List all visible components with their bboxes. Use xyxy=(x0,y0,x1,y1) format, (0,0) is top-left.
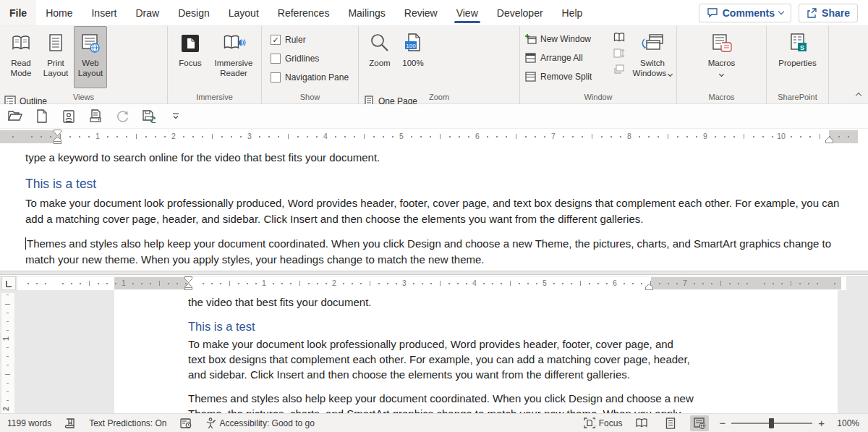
reset-window-position-icon[interactable] xyxy=(613,64,626,75)
remove-split-icon xyxy=(524,71,537,82)
status-bar: 1199 words Text Predictions: On Accessib… xyxy=(0,413,868,432)
tab-view[interactable]: View xyxy=(447,0,488,25)
remove-split-button[interactable]: Remove Split xyxy=(524,68,610,85)
word-count[interactable]: 1199 words xyxy=(7,418,51,428)
zoom-100-label: 100% xyxy=(402,58,423,68)
redo-icon[interactable] xyxy=(114,109,130,124)
ruler-tick xyxy=(762,136,764,137)
synchronous-scrolling-icon[interactable] xyxy=(613,48,626,59)
focus-button[interactable]: Focus xyxy=(174,26,207,88)
new-window-button[interactable]: New Window xyxy=(524,30,610,48)
checkbox-ruler[interactable]: ✓Ruler xyxy=(271,31,358,48)
editor-status-button[interactable] xyxy=(180,418,192,429)
tab-developer[interactable]: Developer xyxy=(488,0,553,25)
web-layout-button[interactable]: Web Layout xyxy=(74,26,107,88)
accessibility-status[interactable]: Accessibility: Good to go xyxy=(205,418,315,429)
tab-home[interactable]: Home xyxy=(36,0,82,25)
ruler-tick xyxy=(440,134,441,139)
document-pane-top[interactable]: type a keyword to search online for the … xyxy=(0,145,868,271)
doc-top-para1-line1[interactable]: To make your document look professionall… xyxy=(25,195,868,211)
ruler-tick xyxy=(238,283,239,284)
print-layout-view-button[interactable] xyxy=(661,415,680,431)
checkbox-box[interactable] xyxy=(271,72,281,82)
share-button[interactable]: Share xyxy=(799,4,858,22)
ruler-tick xyxy=(620,136,621,137)
ruler-tick xyxy=(738,283,739,284)
doc-top-para2-line1[interactable]: Themes and styles also help keep your do… xyxy=(25,236,868,252)
first-line-indent-marker-2[interactable] xyxy=(184,276,192,283)
document-pane-bottom[interactable]: 12345671 12 the video that best fits you… xyxy=(0,276,868,413)
qat-customize-icon[interactable] xyxy=(168,109,184,124)
checkbox-box[interactable]: ✓ xyxy=(271,35,281,45)
checkbox-gridlines[interactable]: Gridlines xyxy=(271,50,358,67)
doc-bot-line1[interactable]: the video that best fits your document. xyxy=(188,295,838,310)
zoom-in-icon[interactable]: + xyxy=(818,418,825,428)
hanging-indent-marker-2[interactable] xyxy=(184,284,192,290)
doc-top-para1-line2[interactable]: add a matching cover page, header, and s… xyxy=(25,211,868,227)
tab-file[interactable]: File xyxy=(0,0,36,25)
checkbox-box[interactable] xyxy=(271,54,281,64)
doc-bot-para1-line2[interactable]: text box designs that complement each ot… xyxy=(188,352,838,367)
tab-review[interactable]: Review xyxy=(395,0,447,25)
tab-draw[interactable]: Draw xyxy=(127,0,169,25)
new-window-label: New Window xyxy=(540,34,591,44)
tab-mailings[interactable]: Mailings xyxy=(339,0,394,25)
right-indent-marker[interactable] xyxy=(825,137,833,143)
split-bar[interactable] xyxy=(0,271,868,275)
tab-references[interactable]: References xyxy=(268,0,339,25)
focus-mode-button[interactable]: Focus xyxy=(584,418,623,428)
chevron-down-icon[interactable] xyxy=(778,9,784,14)
ruler-tick xyxy=(192,136,194,137)
doc-top-heading[interactable]: This is a test xyxy=(25,175,868,192)
collapse-ribbon-icon[interactable] xyxy=(856,93,861,98)
ruler-number: 6 xyxy=(475,132,480,140)
zoom-slider-thumb[interactable] xyxy=(769,418,774,428)
macros-button[interactable]: Macros xyxy=(698,26,746,88)
arrange-all-button[interactable]: Arrange All xyxy=(524,49,610,67)
zoom-magnifier-icon xyxy=(369,33,391,54)
print-layout-button[interactable]: Print Layout xyxy=(39,26,72,88)
open-file-icon[interactable] xyxy=(7,109,23,124)
doc-top-para2-line2[interactable]: match your new theme. When you apply sty… xyxy=(25,252,868,268)
view-side-by-side-icon[interactable] xyxy=(613,32,626,43)
doc-top-line1[interactable]: type a keyword to search online for the … xyxy=(25,150,868,166)
tab-insert[interactable]: Insert xyxy=(82,0,126,25)
text-predictions-status[interactable]: Text Predictions: On xyxy=(89,418,166,428)
tab-design[interactable]: Design xyxy=(169,0,219,25)
tab-stop-selector[interactable] xyxy=(1,276,16,290)
tab-layout[interactable]: Layout xyxy=(219,0,268,25)
zoom-slider[interactable]: − + xyxy=(719,418,825,428)
checkbox-navigation-pane[interactable]: Navigation Pane xyxy=(271,69,358,86)
right-indent-marker-2[interactable] xyxy=(645,284,653,290)
new-document-icon[interactable] xyxy=(34,109,50,124)
zoom-percentage[interactable]: 100% xyxy=(835,418,859,428)
print-preview-icon[interactable] xyxy=(88,109,103,124)
document-page[interactable]: the video that best fits your document. … xyxy=(114,290,838,413)
read-mode-button[interactable]: Read Mode xyxy=(4,26,38,88)
web-layout-view-button[interactable] xyxy=(690,415,709,431)
zoom-100-button[interactable]: 100 100% xyxy=(396,26,430,88)
zoom-button[interactable]: Zoom xyxy=(363,26,396,88)
comments-button[interactable]: Comments xyxy=(699,4,791,22)
doc-bot-para1-line1[interactable]: To make your document look professionall… xyxy=(188,336,838,352)
save-sync-icon[interactable] xyxy=(141,109,157,124)
doc-bot-para2-line1[interactable]: Themes and styles also help keep your do… xyxy=(188,391,838,406)
doc-bot-para1-line3[interactable]: and sidebar. Click Insert and then choos… xyxy=(188,367,838,382)
doc-bot-para2-line2[interactable]: Theme, the pictures, charts, and SmartAr… xyxy=(188,406,838,413)
zoom-out-icon[interactable]: − xyxy=(719,418,726,428)
web-layout-view-icon xyxy=(694,418,706,429)
ruler-tick xyxy=(317,283,318,284)
proofing-book-icon xyxy=(64,418,76,429)
immersive-reader-button[interactable]: Immersive Reader xyxy=(210,26,258,88)
proofing-status-button[interactable] xyxy=(64,418,76,429)
switch-windows-button[interactable]: Switch Windows xyxy=(629,26,676,88)
tab-help[interactable]: Help xyxy=(553,0,592,25)
doc-bot-heading[interactable]: This is a test xyxy=(188,318,838,334)
ruler-number: 9 xyxy=(703,132,707,140)
zoom-slider-track[interactable] xyxy=(731,423,812,424)
read-mode-view-button[interactable] xyxy=(632,415,651,431)
contact-card-icon[interactable] xyxy=(61,109,77,124)
vertical-ruler-tick xyxy=(7,313,9,313)
properties-button[interactable]: S Properties xyxy=(774,26,822,88)
svg-text:S: S xyxy=(799,44,804,51)
